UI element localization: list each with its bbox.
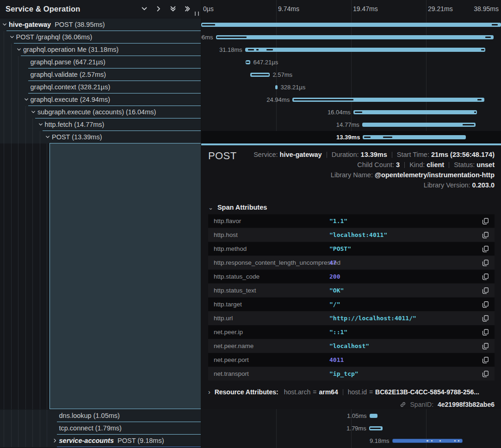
chevron-down-icon[interactable] [10,35,14,39]
span-bar[interactable] [275,85,278,89]
attribute-row[interactable]: net.peer.name"localhost" [208,339,495,353]
indent-guide [32,118,33,131]
chevron-down-icon[interactable] [2,22,7,27]
span-bar[interactable] [353,110,477,114]
attribute-row[interactable]: http.response_content_length_uncompresse… [208,256,495,269]
span-bar[interactable] [201,23,501,27]
chevron-down-icon[interactable] [31,110,36,114]
selected-span-region[interactable] [49,143,201,409]
copy-icon[interactable] [476,231,495,239]
span-tree-row[interactable]: http.fetch (14.77ms) [0,118,201,131]
timeline-row[interactable]: 328.21µs [201,81,501,93]
indent-guide [11,410,12,422]
span-tree-row[interactable]: graphql.operation Me (31.18ms) [0,44,201,56]
indent-guide [4,31,4,44]
span-tree-row[interactable]: POST (13.39ms) [0,131,201,143]
child-span-marker [364,137,371,138]
child-span-marker [454,440,456,442]
attribute-value: "http://localhost:4011/" [329,315,476,322]
span-tree-row[interactable]: service-accounts POST (9.18ms) [0,435,201,447]
copy-icon[interactable] [476,342,495,350]
span-tree-row[interactable]: tcp.connect (1.79ms) [0,422,201,435]
timeline-row[interactable]: 13.39ms [201,131,501,143]
span-name: subgraph.execute (accounts) (16.04ms) [37,108,156,116]
span-tree-row[interactable]: graphql.execute (24.94ms) [0,93,201,106]
timeline-row[interactable]: 36.06ms [201,31,501,44]
double-chevron-down-icon[interactable] [170,6,176,12]
attribute-row[interactable]: http.url"http://localhost:4011/" [208,311,495,325]
span-bar[interactable] [370,414,377,418]
span-bar[interactable] [216,35,494,39]
row-underline [49,143,201,143]
indent-guide [47,422,47,435]
timeline-row[interactable]: 14.77ms [201,118,501,131]
timeline-row[interactable]: 1.79ms [201,422,501,435]
attribute-row[interactable]: http.host"localhost:4011" [208,228,495,242]
timeline-row[interactable]: 24.94ms [201,93,501,106]
chevron-down-icon[interactable] [24,97,29,102]
attribute-row[interactable]: http.flavor"1.1" [208,214,495,228]
attribute-key: net.transport [214,370,329,377]
child-span-marker [427,440,428,442]
span-detail-panel: POST Service: hive-gatewayDuration: 13.3… [201,143,501,409]
copy-icon[interactable] [476,287,495,294]
chevron-down-icon[interactable] [38,122,43,127]
span-tree-row[interactable]: POST /graphql (36.06ms) [0,31,201,44]
span-id: SpanID: 4e21998f3b82abe6 [400,399,495,410]
trace-timeline-view: Service & Operation hive-gateway POST (3… [0,0,501,448]
timeline-row[interactable]: 16.04ms [201,106,501,118]
operation-name: graphql.parse (647.21µs) [31,58,105,66]
copy-icon[interactable] [476,273,495,280]
copy-icon[interactable] [476,315,495,322]
span-tree-row[interactable]: dns.lookup (1.05ms) [0,410,201,422]
link-icon[interactable] [400,400,406,411]
timeline-row[interactable]: 1.05ms [201,410,501,422]
chevron-down-icon: ⌄ [208,204,213,211]
copy-icon[interactable] [476,245,495,253]
attribute-row[interactable]: net.peer.port4011 [208,353,495,367]
span-bar[interactable] [363,135,466,139]
span-tree-row[interactable]: graphql.validate (2.57ms) [0,68,201,81]
copy-icon[interactable] [476,259,495,267]
span-tree-row[interactable]: hive-gateway POST (38.95ms) [0,19,201,31]
attribute-value: "ip_tcp" [329,370,476,377]
span-attributes-header[interactable]: ⌄Span Attributes [208,204,267,211]
selected-span-expansion [0,143,201,409]
span-tree-row[interactable]: graphql.parse (647.21µs) [0,56,201,68]
indent-guide [11,422,12,435]
span-bar[interactable] [245,48,485,52]
child-span-marker [266,49,273,50]
span-bar[interactable] [362,123,476,127]
chevron-right-icon[interactable] [53,438,57,443]
operation-name: graphql.execute (24.94ms) [31,96,111,103]
span-name: graphql.context (328.21µs) [31,83,111,91]
timeline-row[interactable]: 38.95ms [201,19,501,31]
indent-guide [47,143,47,409]
panel-resize-grip[interactable] [195,12,199,16]
attribute-row[interactable]: net.peer.ip"::1" [208,325,495,339]
attribute-key: http.host [214,231,329,238]
timeline-row[interactable]: 2.57ms [201,68,501,81]
chevron-down-icon[interactable] [45,135,50,139]
attribute-row[interactable]: net.transport"ip_tcp" [208,367,495,380]
copy-icon[interactable] [476,329,495,336]
attribute-row[interactable]: http.status_text"OK" [208,284,495,297]
copy-icon[interactable] [476,370,495,378]
copy-icon[interactable] [476,218,495,225]
copy-icon[interactable] [476,301,495,308]
resource-attributes-row[interactable]: ›Resource Attributes:host.arch=arm64host… [208,387,479,397]
timeline-row[interactable]: 647.21µs [201,56,501,68]
attribute-row[interactable]: http.method"POST" [208,242,495,255]
chevron-right-icon[interactable] [155,6,162,12]
timeline-row[interactable]: 9.18ms [201,435,501,447]
attribute-row[interactable]: http.status_code200 [208,270,495,283]
double-chevron-right-icon[interactable] [184,6,191,12]
attribute-row[interactable]: http.target"/" [208,298,495,311]
chevron-down-icon[interactable] [17,47,21,52]
timeline-row[interactable]: 31.18ms [201,44,501,56]
span-tree-row[interactable]: graphql.context (328.21µs) [0,81,201,93]
span-tree-row[interactable]: subgraph.execute (accounts) (16.04ms) [0,106,201,118]
child-span-marker [439,440,441,442]
chevron-down-icon[interactable] [141,6,148,12]
copy-icon[interactable] [476,356,495,364]
